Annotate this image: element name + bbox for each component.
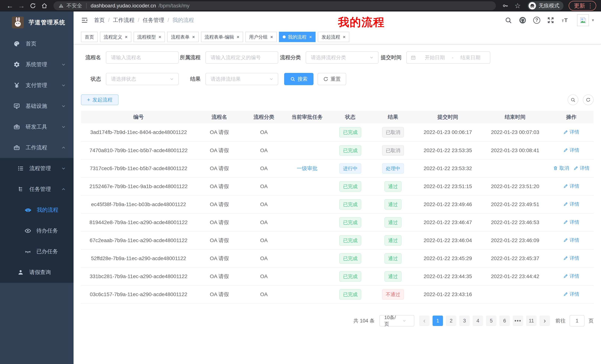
cell-process-name: OA 请假 bbox=[196, 177, 242, 195]
sidebar-item-task-mgmt[interactable]: 任务管理 bbox=[0, 179, 74, 200]
process-name-label: 流程名 bbox=[81, 54, 106, 61]
page-content: 流程名 所属流程 流程分类 请选择流程分类 bbox=[74, 44, 601, 364]
submit-time-range-picker[interactable]: 开始日期 - 结束日期 bbox=[406, 51, 490, 64]
create-process-button[interactable]: + 发起流程 bbox=[81, 95, 119, 105]
detail-action-link[interactable]: 详情 bbox=[563, 237, 579, 243]
reset-button[interactable]: 重置 bbox=[318, 73, 346, 85]
cell-actions: 详情 bbox=[549, 249, 594, 267]
detail-action-link[interactable]: 详情 bbox=[563, 219, 579, 225]
parent-process-input[interactable] bbox=[205, 51, 278, 64]
close-icon[interactable]: × bbox=[159, 35, 161, 39]
sidebar-collapse-icon[interactable] bbox=[80, 17, 88, 24]
sidebar-item-workflow[interactable]: 工作流程 bbox=[0, 137, 74, 158]
sidebar-item-home[interactable]: 首页 bbox=[0, 33, 74, 54]
close-icon[interactable]: × bbox=[270, 35, 273, 39]
browser-back-icon[interactable]: ← bbox=[5, 1, 15, 11]
table-row: 67c2eaab-7b9a-11ec-a290-acde48001122OA 请… bbox=[81, 231, 594, 249]
result-select[interactable]: 请选择流结果 bbox=[205, 73, 278, 85]
status-select[interactable]: 请选择状态 bbox=[106, 73, 179, 85]
tab-label: 用户分组 bbox=[249, 34, 268, 40]
detail-action-link[interactable]: 详情 bbox=[563, 255, 579, 261]
sidebar-item-infra[interactable]: 基础设施 bbox=[0, 96, 74, 116]
show-search-icon[interactable] bbox=[568, 95, 578, 105]
sidebar-item-done-task[interactable]: 已办任务 bbox=[0, 241, 74, 262]
table-row: 331bc281-7b9a-11ec-a290-acde48001122OA 请… bbox=[81, 267, 594, 285]
current-task-link[interactable]: 一级审批 bbox=[297, 165, 318, 171]
browser-update-button[interactable]: 更新 ⋮ bbox=[569, 1, 596, 10]
close-icon[interactable]: × bbox=[125, 35, 128, 39]
header-search-icon[interactable] bbox=[505, 17, 512, 24]
page-button-5[interactable]: 5 bbox=[486, 316, 496, 326]
cell-status: 已完成 bbox=[329, 177, 372, 195]
category-select[interactable]: 请选择流程分类 bbox=[306, 51, 379, 64]
refresh-table-icon[interactable] bbox=[583, 95, 594, 105]
browser-home-icon[interactable] bbox=[39, 1, 50, 11]
close-icon[interactable]: × bbox=[343, 35, 345, 39]
sidebar-item-process-mgmt[interactable]: 流程管理 bbox=[0, 158, 74, 179]
close-icon[interactable]: × bbox=[192, 35, 195, 39]
browser-menu-icon[interactable]: ⋮ bbox=[587, 2, 593, 9]
sidebar-item-system[interactable]: 系统管理 bbox=[0, 54, 74, 75]
font-size-icon[interactable]: TT bbox=[561, 17, 569, 24]
sidebar-item-todo-task[interactable]: 待办任务 bbox=[0, 220, 74, 241]
bookmark-star-icon[interactable]: ☆ bbox=[514, 2, 521, 10]
goto-page-input[interactable] bbox=[570, 315, 584, 326]
page-button-11[interactable]: 11 bbox=[526, 316, 537, 326]
search-button[interactable]: 搜索 bbox=[284, 73, 313, 85]
address-bar[interactable]: 不安全 dashboard.yudao.iocoder.cn/bpm/task/… bbox=[53, 1, 496, 10]
tab-我的流程[interactable]: 我的流程× bbox=[279, 32, 316, 42]
pager-more[interactable]: ••• bbox=[513, 316, 523, 326]
close-icon[interactable]: × bbox=[309, 35, 312, 39]
sidebar-item-pay[interactable]: 支付管理 bbox=[0, 75, 74, 96]
cell-result: 通过 bbox=[372, 267, 414, 285]
cell-actions: 详情 bbox=[549, 123, 594, 141]
tab-流程表单-编辑[interactable]: 流程表单-编辑× bbox=[201, 32, 243, 42]
filter-process-name: 流程名 bbox=[81, 51, 179, 64]
process-name-input[interactable] bbox=[106, 51, 179, 64]
sidebar-item-leave-query[interactable]: 请假查询 bbox=[0, 262, 74, 283]
sidebar-item-my-process[interactable]: 我的流程 bbox=[0, 200, 74, 220]
fullscreen-icon[interactable] bbox=[547, 17, 554, 24]
detail-action-link[interactable]: 详情 bbox=[563, 129, 579, 135]
browser-reload-icon[interactable] bbox=[28, 1, 38, 11]
page-button-3[interactable]: 3 bbox=[459, 316, 470, 326]
avatar-caret-icon[interactable]: ▾ bbox=[592, 18, 594, 23]
app-logo-row[interactable]: 芋道管理系统 bbox=[0, 11, 74, 33]
detail-action-link[interactable]: 详情 bbox=[563, 183, 579, 189]
detail-action-link[interactable]: 详情 bbox=[563, 201, 579, 207]
avatar[interactable]: ▾ bbox=[577, 14, 594, 26]
page-size-select[interactable]: 10条/页 bbox=[380, 315, 414, 326]
prev-page-icon[interactable]: ‹ bbox=[419, 316, 430, 326]
password-key-icon[interactable] bbox=[502, 3, 509, 9]
detail-action-link[interactable]: 详情 bbox=[563, 273, 579, 279]
chevron-down-icon bbox=[61, 83, 66, 88]
tab-用户分组[interactable]: 用户分组× bbox=[245, 32, 277, 42]
tab-流程定义[interactable]: 流程定义× bbox=[100, 32, 131, 42]
breadcrumb-task-mgmt[interactable]: 任务管理 bbox=[134, 17, 164, 24]
tab-首页[interactable]: 首页 bbox=[81, 32, 98, 42]
page-button-1[interactable]: 1 bbox=[432, 316, 443, 326]
page-button-4[interactable]: 4 bbox=[473, 316, 483, 326]
sidebar-item-devtools[interactable]: 研发工具 bbox=[0, 116, 74, 137]
tab-流程表单[interactable]: 流程表单× bbox=[167, 32, 199, 42]
cell-submit-time: 2022-01-23 00:06:17 bbox=[414, 123, 481, 141]
page-button-2[interactable]: 2 bbox=[446, 316, 456, 326]
cancel-action-link[interactable]: 取消 bbox=[553, 165, 569, 172]
detail-action-link[interactable]: 详情 bbox=[563, 147, 579, 153]
help-icon[interactable]: ? bbox=[533, 17, 540, 24]
result-badge: 通过 bbox=[384, 253, 401, 264]
page-button-6[interactable]: 6 bbox=[499, 316, 510, 326]
tab-流程模型[interactable]: 流程模型× bbox=[133, 32, 165, 42]
close-icon[interactable]: × bbox=[237, 35, 239, 39]
breadcrumb-workflow[interactable]: 工作流程 bbox=[105, 17, 134, 24]
github-icon[interactable] bbox=[519, 16, 527, 24]
next-page-icon[interactable]: › bbox=[540, 316, 550, 326]
cell-status: 已完成 bbox=[329, 231, 372, 249]
table-toolbar: + 发起流程 bbox=[81, 95, 594, 105]
detail-action-link[interactable]: 详情 bbox=[573, 165, 590, 172]
detail-action-link[interactable]: 详情 bbox=[563, 291, 579, 297]
browser-forward-icon[interactable]: → bbox=[16, 1, 26, 11]
tab-发起流程[interactable]: 发起流程× bbox=[318, 32, 349, 42]
breadcrumb-home[interactable]: 首页 bbox=[94, 17, 105, 24]
trash-icon bbox=[553, 166, 558, 171]
